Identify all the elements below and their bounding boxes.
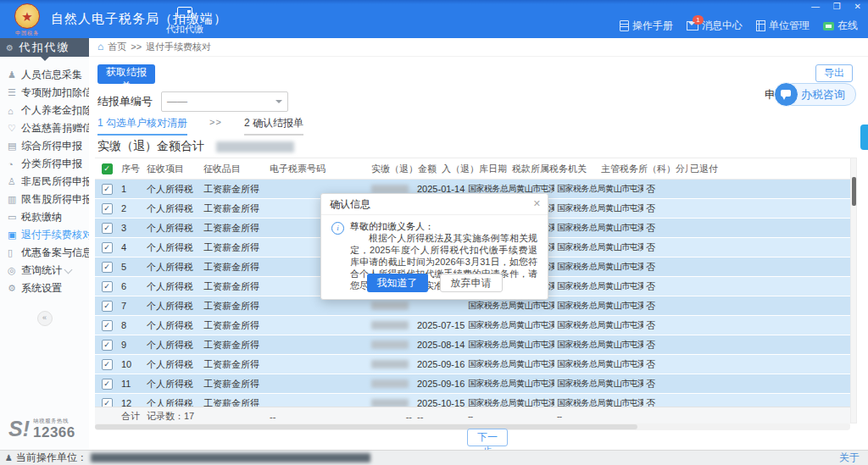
row-checkbox[interactable]: ✓	[102, 340, 113, 351]
row-checkbox[interactable]: ✓	[102, 281, 113, 292]
statement-number-select[interactable]: ——	[161, 91, 288, 112]
cell-refunded: 否	[643, 241, 682, 254]
select-all-checkbox[interactable]: ✓	[102, 163, 113, 174]
titlebar: ★ 中国税务 自然人电子税务局（扣缴端） 代扣代缴 操作手册1消息中心单位管理在…	[0, 0, 868, 38]
sidebar-item-label: 限售股所得申报	[21, 192, 89, 207]
cell-amount-redacted	[371, 340, 409, 349]
cell-item: 工资薪金所得	[201, 397, 267, 407]
row-checkbox[interactable]: ✓	[102, 301, 113, 312]
row-checkbox[interactable]: ✓	[102, 184, 113, 195]
cell-refunded: 否	[643, 339, 682, 352]
cell-amount	[369, 360, 415, 368]
next-step-button[interactable]: 下一步	[467, 429, 508, 446]
cell-refunded: 否	[643, 319, 682, 332]
online-icon	[823, 22, 834, 30]
cell-branch: 国家税务总局黄山市屯溪区...	[554, 300, 643, 312]
horizontal-scrollbar-thumb[interactable]	[95, 424, 637, 429]
vertical-scrollbar-thumb[interactable]	[852, 177, 856, 206]
header-label: 入（退）库日期	[442, 163, 507, 175]
info-icon: i	[331, 222, 344, 235]
row-checkbox[interactable]: ✓	[102, 320, 113, 331]
hotline-mark-icon: S!	[8, 418, 30, 440]
sidebar-item-personnel-info[interactable]: ♟人员信息采集	[0, 66, 89, 84]
sidebar-item-pension-deduction[interactable]: ⌂个人养老金扣除管理	[0, 102, 89, 119]
side-panel-handle[interactable]	[860, 125, 868, 150]
sidebar-item-preferential-filing[interactable]: ▯优惠备案与信息报	[0, 244, 89, 262]
row-checkbox[interactable]: ✓	[102, 223, 113, 234]
sidebar-item-refund-fee-check[interactable]: ▣退付手续费核对	[0, 226, 89, 244]
vertical-scrollbar	[850, 158, 857, 423]
close-button[interactable]: ✕	[854, 2, 861, 11]
cell-refunded: 否	[643, 222, 682, 235]
cell-date: 2025-07-15	[415, 320, 465, 330]
current-unit-label: 当前操作单位：	[16, 451, 87, 465]
titlebar-link-manual[interactable]: 操作手册	[620, 19, 673, 33]
sidebar-item-label: 税款缴纳	[21, 210, 62, 224]
cell-amount	[369, 399, 415, 407]
tab-withholding-module[interactable]: 代扣代缴	[159, 6, 210, 36]
sidebar-collapse-button[interactable]: «	[37, 311, 53, 326]
titlebar-link-org-management[interactable]: 单位管理	[756, 19, 810, 33]
pie-icon: ◔	[8, 159, 21, 169]
dialog-close-icon[interactable]: ✕	[533, 198, 541, 209]
footer-dash-cell: --	[465, 412, 554, 421]
cell-seq: 7	[119, 301, 144, 311]
about-link[interactable]: 关于	[839, 451, 860, 465]
cell-checkbox: ✓	[95, 340, 119, 351]
sidebar-item-comprehensive-income[interactable]: ▤综合所得申报	[0, 137, 89, 155]
fetch-statement-button[interactable]: 获取结报单	[97, 64, 155, 84]
export-button[interactable]: 导出	[815, 64, 853, 82]
cell-checkbox: ✓	[95, 242, 119, 253]
row-checkbox[interactable]: ✓	[102, 359, 113, 370]
titlebar-link-online-status[interactable]: 在线	[823, 19, 858, 33]
titlebar-link-message-center[interactable]: 1消息中心	[687, 19, 743, 33]
cell-seq: 12	[119, 398, 144, 407]
tax-consult-button[interactable]: 办税咨询	[775, 83, 856, 106]
cell-checkbox: ✓	[95, 301, 119, 312]
sidebar-item-label: 查询统计	[21, 263, 62, 278]
cell-checkbox: ✓	[95, 320, 119, 331]
sidebar-item-special-deduction[interactable]: ☰专项附加扣除信息采	[0, 84, 89, 102]
cell-item: 工资薪金所得	[201, 319, 267, 332]
maximize-button[interactable]: ❐	[833, 2, 841, 11]
sidebar-item-restricted-stock[interactable]: ▥限售股所得申报	[0, 191, 89, 208]
header-label: 实缴（退）金额	[371, 163, 437, 175]
window-controls: — ❐ ✕	[800, 2, 861, 11]
dialog-buttons: 我知道了 放弃申请	[321, 274, 548, 292]
card-icon: ▭	[8, 212, 21, 223]
tab-step2-confirm-statement[interactable]: 2 确认结报单	[244, 116, 303, 136]
row-checkbox[interactable]: ✓	[102, 379, 113, 390]
heart-icon: ♡	[8, 123, 21, 134]
cell-amount-redacted	[371, 379, 409, 388]
dialog-confirm-button[interactable]: 我知道了	[367, 274, 428, 292]
sidebar-item-system-settings[interactable]: ⚙系统设置	[0, 280, 89, 297]
cell-checkbox: ✓	[95, 379, 119, 390]
row-checkbox[interactable]: ✓	[102, 262, 113, 273]
header-cell: 主管税务所（科）分局	[598, 163, 687, 175]
book-icon	[620, 20, 629, 31]
statement-number-label: 结报单编号	[97, 94, 153, 109]
row-checkbox[interactable]: ✓	[102, 398, 113, 407]
cell-project: 个人所得税	[144, 280, 201, 293]
dialog-cancel-button[interactable]: 放弃申请	[440, 274, 503, 292]
row-checkbox[interactable]: ✓	[102, 203, 113, 214]
cell-item: 工资薪金所得	[201, 183, 267, 196]
table-row: ✓12个人所得税工资薪金所得2025-10-15国家税务总局黄山市屯溪区...国…	[95, 394, 850, 407]
cell-project: 个人所得税	[144, 222, 201, 235]
breadcrumb-home[interactable]: 首页	[108, 38, 126, 56]
cell-branch: 国家税务总局黄山市屯溪区...	[554, 339, 643, 351]
cell-seq: 6	[119, 281, 144, 291]
minimize-button[interactable]: —	[811, 2, 820, 11]
cell-branch: 国家税务总局黄山市屯溪区...	[554, 222, 643, 234]
cell-branch: 国家税务总局黄山市屯溪区...	[554, 358, 643, 370]
sidebar-item-query-statistics[interactable]: ◎查询统计	[0, 262, 89, 280]
tab-step1-check-list[interactable]: 1 勾选单户核对清册	[97, 116, 187, 136]
sidebar-item-charity-donation[interactable]: ♡公益慈善捐赠信息采	[0, 119, 89, 137]
sidebar-item-classified-income[interactable]: ◔分类所得申报	[0, 155, 89, 173]
sidebar-item-tax-payment[interactable]: ▭税款缴纳	[0, 208, 89, 226]
row-checkbox[interactable]: ✓	[102, 242, 113, 253]
header-cell: 征收品目	[201, 163, 267, 175]
current-unit-value-redacted	[91, 453, 370, 462]
bank-icon: ⌂	[8, 106, 21, 116]
sidebar-item-nonresident-income[interactable]: ♙非居民所得申报	[0, 173, 89, 191]
